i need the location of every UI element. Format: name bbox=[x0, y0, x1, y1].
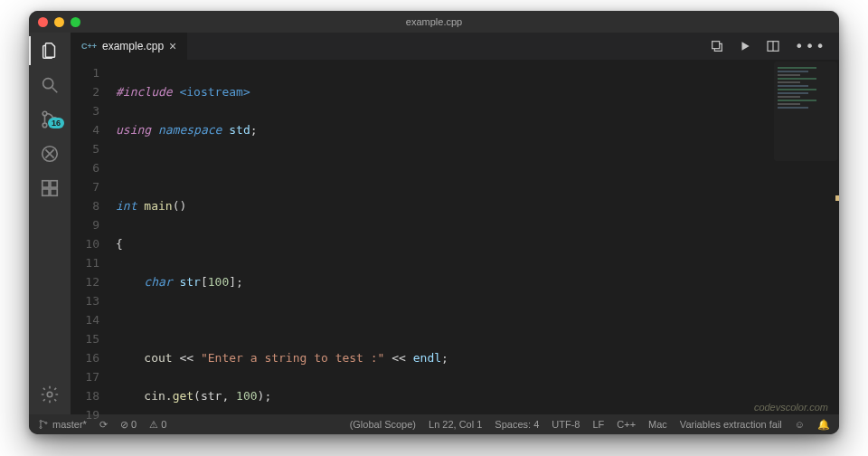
svg-rect-11 bbox=[712, 42, 720, 49]
split-editor-icon[interactable] bbox=[766, 39, 780, 53]
debug-icon[interactable] bbox=[39, 143, 61, 165]
status-feedback-icon[interactable]: ☺ bbox=[795, 419, 805, 430]
status-encoding[interactable]: UTF-8 bbox=[552, 419, 580, 430]
line-number-gutter: 123 456 789 101112 131415 161718 19 bbox=[71, 60, 112, 414]
status-language[interactable]: C++ bbox=[617, 419, 636, 430]
source-control-badge: 16 bbox=[48, 118, 64, 128]
svg-point-10 bbox=[47, 392, 52, 397]
tab-bar: C++ example.cpp × ••• bbox=[71, 33, 839, 60]
extensions-icon[interactable] bbox=[39, 177, 61, 199]
status-notifications-icon[interactable]: 🔔 bbox=[817, 419, 830, 431]
explorer-icon[interactable] bbox=[39, 40, 61, 62]
run-icon[interactable] bbox=[739, 40, 751, 52]
svg-point-0 bbox=[43, 79, 53, 89]
svg-line-1 bbox=[52, 88, 58, 93]
code-editor[interactable]: 123 456 789 101112 131415 161718 19 #inc… bbox=[71, 60, 839, 414]
status-indentation[interactable]: Spaces: 4 bbox=[495, 419, 539, 430]
status-cursor-position[interactable]: Ln 22, Col 1 bbox=[429, 419, 482, 430]
close-tab-icon[interactable]: × bbox=[169, 40, 176, 52]
more-actions-icon[interactable]: ••• bbox=[795, 38, 826, 55]
editor-area: C++ example.cpp × ••• bbox=[71, 33, 839, 414]
status-warnings[interactable]: ⚠ 0 bbox=[149, 419, 166, 431]
titlebar[interactable]: example.cpp bbox=[29, 11, 839, 33]
svg-point-14 bbox=[40, 421, 42, 423]
svg-point-2 bbox=[42, 111, 47, 116]
status-os[interactable]: Mac bbox=[648, 419, 667, 430]
settings-gear-icon[interactable] bbox=[39, 384, 61, 405]
status-bar: master* ⟳ ⊘ 0 ⚠ 0 (Global Scope) Ln 22, … bbox=[29, 414, 839, 434]
activity-bar: 16 bbox=[29, 33, 71, 414]
code-content[interactable]: #include <iostream> using namespace std;… bbox=[112, 60, 839, 414]
status-errors[interactable]: ⊘ 0 bbox=[120, 419, 137, 431]
source-control-icon[interactable]: 16 bbox=[39, 109, 61, 130]
minimap[interactable] bbox=[774, 62, 837, 161]
tab-filename: example.cpp bbox=[102, 40, 164, 52]
tab-actions: ••• bbox=[710, 33, 839, 60]
search-icon[interactable] bbox=[39, 74, 61, 96]
overview-ruler-mark bbox=[835, 195, 839, 201]
svg-rect-8 bbox=[42, 189, 49, 195]
svg-point-3 bbox=[42, 123, 47, 128]
svg-rect-9 bbox=[51, 189, 57, 195]
editor-window: example.cpp 16 bbox=[29, 11, 839, 434]
compare-changes-icon[interactable] bbox=[710, 39, 724, 53]
tab-lang-badge: C++ bbox=[81, 42, 97, 51]
tab-example-cpp[interactable]: C++ example.cpp × bbox=[71, 33, 188, 60]
status-message[interactable]: Variables extraction fail bbox=[680, 419, 782, 430]
svg-rect-7 bbox=[51, 181, 57, 187]
status-eol[interactable]: LF bbox=[592, 419, 604, 430]
svg-rect-6 bbox=[42, 181, 49, 187]
status-scope[interactable]: (Global Scope) bbox=[350, 419, 416, 430]
svg-point-15 bbox=[40, 427, 42, 429]
window-title: example.cpp bbox=[29, 16, 839, 27]
watermark: codevscolor.com bbox=[754, 402, 828, 413]
status-sync[interactable]: ⟳ bbox=[99, 419, 108, 431]
